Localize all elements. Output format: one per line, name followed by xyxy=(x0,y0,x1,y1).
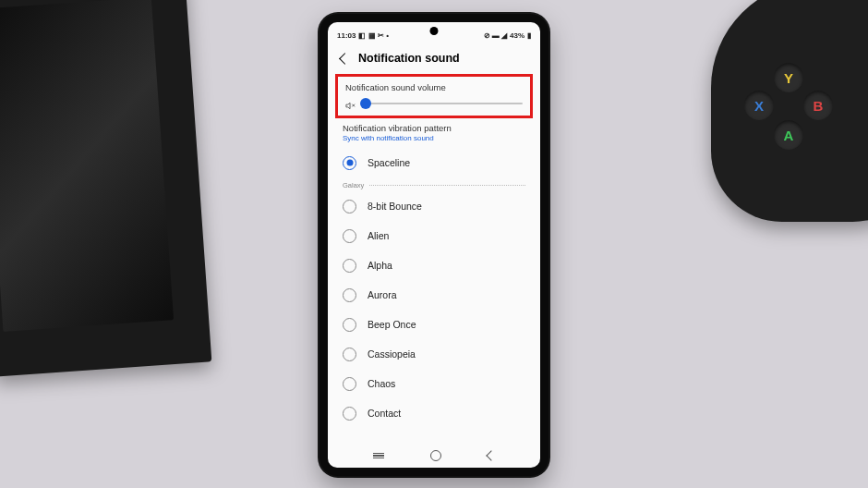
vibration-label: Notification vibration pattern xyxy=(343,123,525,133)
slider-thumb[interactable] xyxy=(360,98,371,109)
radio-icon xyxy=(343,259,356,273)
option-label: Spaceline xyxy=(368,157,410,168)
mute-icon xyxy=(345,98,356,108)
sound-options-list: Spaceline Galaxy 8-bit Bounce Alien Alph… xyxy=(328,144,540,444)
status-icons-right: ⊘ ▬ ◢ xyxy=(484,31,507,40)
radio-icon xyxy=(343,348,356,361)
nav-recents-button[interactable] xyxy=(373,453,384,459)
volume-label: Notification sound volume xyxy=(345,82,523,92)
sound-option[interactable]: Cassiopeia xyxy=(341,339,527,369)
option-label: Contact xyxy=(368,408,401,419)
sound-option[interactable]: Spaceline xyxy=(341,148,527,177)
camera-cutout xyxy=(430,27,439,35)
back-icon[interactable] xyxy=(339,53,351,65)
xbox-controller-prop: Y B X A xyxy=(711,0,868,222)
battery-icon: ▮ xyxy=(527,31,531,40)
galaxy-box-prop: Galaxy S23 Ultra xyxy=(0,0,211,377)
radio-icon xyxy=(343,229,356,243)
option-label: Beep Once xyxy=(368,319,416,330)
radio-icon xyxy=(343,200,356,214)
sound-option[interactable]: Chaos xyxy=(341,369,527,398)
status-icons-left: ◧ ▦ ✂ • xyxy=(358,31,388,40)
vibration-section[interactable]: Notification vibration pattern Sync with… xyxy=(328,118,540,144)
sound-option[interactable]: 8-bit Bounce xyxy=(341,191,527,221)
status-time: 11:03 xyxy=(337,31,356,40)
page-title: Notification sound xyxy=(358,52,460,65)
volume-section-highlight: Notification sound volume xyxy=(335,74,533,118)
option-label: Alien xyxy=(368,230,389,241)
box-face xyxy=(0,0,174,332)
option-label: Cassiopeia xyxy=(368,348,416,360)
radio-checked-icon xyxy=(343,156,356,170)
group-label: Galaxy xyxy=(341,177,527,191)
sound-option[interactable]: Beep Once xyxy=(341,310,527,339)
option-label: 8-bit Bounce xyxy=(368,201,422,212)
nav-home-button[interactable] xyxy=(430,450,441,461)
sound-option[interactable]: Aurora xyxy=(341,280,527,310)
radio-icon xyxy=(343,377,356,391)
page-header: Notification sound xyxy=(328,44,540,74)
option-label: Aurora xyxy=(368,289,397,300)
option-label: Chaos xyxy=(368,378,395,389)
controller-x-button: X xyxy=(744,91,774,120)
phone-frame: 11:03 ◧ ▦ ✂ • ⊘ ▬ ◢ 43% ▮ Notification s… xyxy=(319,14,549,476)
volume-slider[interactable] xyxy=(363,103,523,104)
option-label: Alpha xyxy=(368,260,392,271)
phone-screen: 11:03 ◧ ▦ ✂ • ⊘ ▬ ◢ 43% ▮ Notification s… xyxy=(328,22,540,468)
controller-b-button: B xyxy=(803,91,833,120)
status-battery: 43% xyxy=(510,31,524,40)
radio-icon xyxy=(343,407,356,421)
volume-slider-row xyxy=(345,98,523,108)
vibration-sync-link: Sync with notification sound xyxy=(343,134,525,142)
sound-option[interactable]: Alpha xyxy=(341,250,527,280)
android-nav-bar xyxy=(328,444,540,468)
controller-a-button: A xyxy=(774,120,803,150)
controller-y-button: Y xyxy=(774,63,803,92)
nav-back-button[interactable] xyxy=(486,450,496,460)
sound-option[interactable]: Contact xyxy=(341,398,527,428)
radio-icon xyxy=(343,318,356,332)
radio-icon xyxy=(343,288,356,302)
sound-option[interactable]: Alien xyxy=(341,221,527,250)
